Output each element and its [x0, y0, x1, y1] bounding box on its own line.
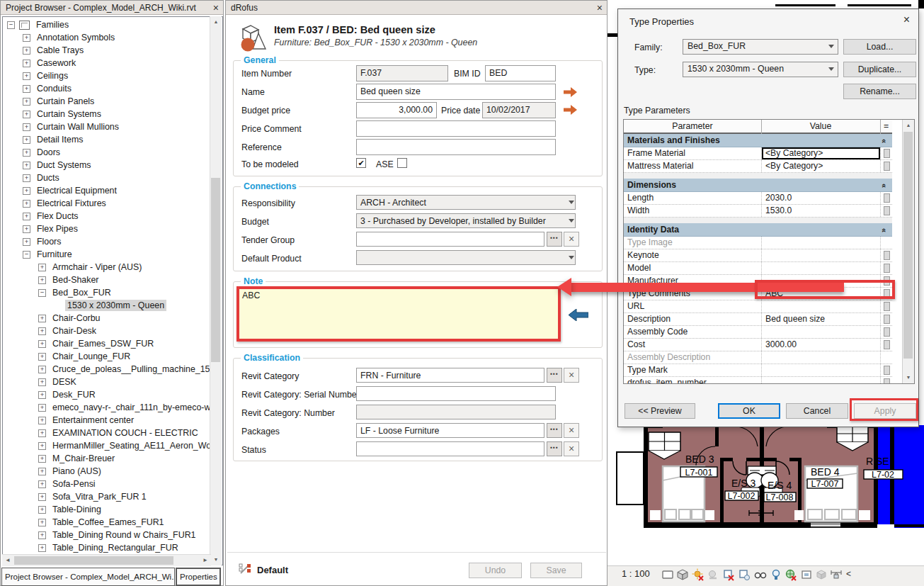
tree-item[interactable]: +Piano (AUS)	[3, 465, 210, 478]
parameter-row[interactable]: Keynote	[624, 249, 892, 262]
expand-icon[interactable]: +	[23, 60, 30, 67]
tree-item[interactable]: +Cruce_de_poleas__Pulling_machine_1550	[3, 363, 210, 376]
close-icon[interactable]: ×	[903, 13, 910, 26]
scroll-right-icon[interactable]: ►	[200, 555, 211, 566]
expand-icon[interactable]: +	[38, 442, 46, 450]
expand-icon[interactable]: +	[23, 136, 30, 144]
tree-vertical-scrollbar[interactable]: ▲ ▼	[210, 16, 222, 565]
expand-icon[interactable]: +	[38, 531, 46, 539]
worksharing-display-icon[interactable]	[785, 568, 797, 581]
tree-item[interactable]: +Table-Dining	[3, 503, 210, 516]
tree-item[interactable]: +Curtain Systems	[3, 108, 210, 120]
expand-icon[interactable]: +	[23, 238, 30, 246]
tree-item[interactable]: +M_Chair-Breuer	[3, 452, 210, 465]
equalize-button[interactable]	[884, 340, 890, 349]
expand-icon[interactable]: +	[23, 213, 30, 220]
clear-icon[interactable]: ×	[564, 423, 579, 438]
parameter-group-header[interactable]: Materials and Finishes«	[624, 134, 892, 147]
tree-item[interactable]: +Desk_FUR	[3, 388, 210, 401]
expand-icon[interactable]: +	[38, 519, 46, 526]
column-header-value[interactable]: Value	[761, 120, 881, 134]
packages-field[interactable]: LF - Loose Furniture	[356, 423, 544, 438]
sun-path-icon[interactable]	[692, 568, 705, 581]
reveal-constraints-icon[interactable]	[830, 568, 843, 581]
tree-item[interactable]: +Annotation Symbols	[3, 31, 210, 44]
tree-item[interactable]: +Chair-Corbu	[3, 312, 210, 325]
duplicate-button[interactable]: Duplicate...	[843, 62, 916, 77]
expand-icon[interactable]: +	[38, 544, 46, 552]
parameter-row[interactable]: Length2030.0	[624, 192, 892, 205]
expand-icon[interactable]: +	[38, 276, 46, 284]
tree-item[interactable]: +Casework	[3, 57, 210, 69]
parameter-row[interactable]: Model	[624, 262, 892, 275]
tree-item[interactable]: +Curtain Panels	[3, 95, 210, 108]
close-icon[interactable]: ×	[213, 1, 219, 15]
bim-id-field[interactable]: BED	[485, 65, 556, 81]
serial-number-field[interactable]	[356, 386, 556, 401]
expand-icon[interactable]: +	[23, 225, 30, 233]
tree-horizontal-scrollbar[interactable]: ◄ ►	[2, 554, 211, 566]
parameter-value[interactable]	[761, 326, 880, 338]
equalize-button[interactable]	[884, 315, 890, 324]
expand-icon[interactable]: +	[38, 315, 46, 322]
sync-arrow-icon[interactable]	[564, 87, 577, 97]
expand-icon[interactable]: +	[38, 327, 46, 335]
name-field[interactable]: Bed queen size	[356, 84, 556, 100]
parameter-group-header[interactable]: Identity Data«	[624, 223, 892, 237]
parameter-value[interactable]: <By Category>	[761, 160, 880, 172]
parameter-group-header[interactable]: Dimensions«	[624, 179, 892, 192]
collapse-group-icon[interactable]: «	[878, 139, 891, 143]
expand-icon[interactable]: +	[38, 429, 46, 437]
tree-item[interactable]: +Electrical Equipment	[3, 184, 210, 197]
parameter-row[interactable]: Type Image	[624, 237, 892, 249]
status-field[interactable]	[356, 441, 544, 456]
parameter-value[interactable]	[761, 249, 880, 261]
tree-item[interactable]: +DESK	[3, 376, 210, 388]
table-vertical-scrollbar[interactable]: ▲ ▼	[902, 120, 914, 383]
expand-icon[interactable]: +	[23, 149, 30, 157]
sync-arrow-icon[interactable]	[564, 105, 577, 115]
equalize-button[interactable]	[884, 206, 890, 215]
parameter-row[interactable]: URL	[624, 300, 892, 313]
tree-item[interactable]: +Cable Trays	[3, 44, 210, 57]
expand-icon[interactable]: +	[23, 200, 30, 208]
tree-item[interactable]: −Furniture	[3, 248, 210, 261]
tree-item[interactable]: +EXAMINATION COUCH - ELECTRIC	[3, 427, 210, 439]
parameter-value[interactable]: 3000.00	[761, 339, 880, 351]
parameter-row[interactable]: Mattress Material<By Category>	[624, 160, 892, 173]
tree-item[interactable]: +Chair-Desk	[3, 325, 210, 337]
shadows-icon[interactable]	[707, 568, 719, 581]
tree-item[interactable]: +Duct Systems	[3, 159, 210, 171]
tree-item[interactable]: 1530 x 2030mm - Queen	[3, 299, 210, 312]
rename-button[interactable]: Rename...	[843, 84, 916, 99]
expand-icon[interactable]: +	[23, 174, 30, 182]
project-browser-titlebar[interactable]: Project Browser - Complex_Model_ARCH_Wik…	[1, 1, 223, 15]
collapse-icon[interactable]: −	[23, 251, 30, 259]
parameter-value[interactable]	[761, 351, 880, 364]
default-product-dropdown[interactable]	[356, 250, 576, 265]
browse-button[interactable]: ▪▪▪	[547, 423, 562, 438]
column-header-parameter[interactable]: Parameter	[624, 120, 762, 134]
tab-properties[interactable]: Properties	[176, 568, 221, 586]
collapse-icon[interactable]: −	[38, 289, 46, 297]
budget-dropdown[interactable]: 3 - Purchased by Developer, installed by…	[356, 213, 576, 228]
tree-item[interactable]: +Sofa_Vitra_Park_FUR 1	[3, 490, 210, 503]
revit-category-field[interactable]: FRN - Furniture	[356, 368, 544, 383]
item-number-field[interactable]: F.037	[356, 65, 448, 81]
tree-item[interactable]: +Doors	[3, 146, 210, 159]
price-comment-field[interactable]	[356, 120, 556, 137]
clear-icon[interactable]: ×	[564, 368, 579, 383]
collapse-icon[interactable]: <	[846, 569, 851, 579]
parameter-value[interactable]: 2030.0	[761, 192, 880, 204]
tree-item[interactable]: +Electrical Fixtures	[3, 197, 210, 210]
price-date-field[interactable]: 10/02/2017	[482, 102, 556, 118]
parameter-value[interactable]: 1530.0	[761, 205, 880, 217]
tree-item[interactable]: +Floors	[3, 235, 210, 248]
expand-icon[interactable]: +	[23, 34, 30, 42]
tender-group-field[interactable]	[356, 232, 544, 247]
expand-icon[interactable]: +	[38, 404, 46, 412]
expand-icon[interactable]: +	[23, 123, 30, 131]
collapse-group-icon[interactable]: «	[878, 228, 891, 232]
tree-item[interactable]: −Bed_Box_FUR	[3, 286, 210, 299]
tree-item[interactable]: +Chair_Lounge_FUR	[3, 350, 210, 363]
